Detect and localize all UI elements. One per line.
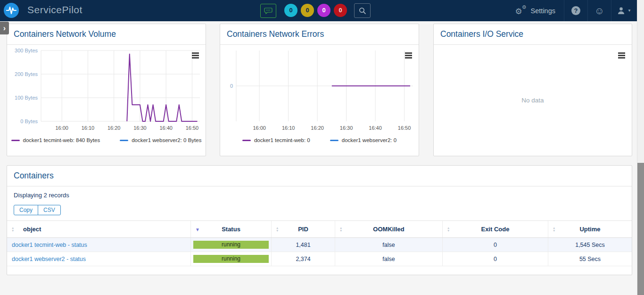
uptime-cell: 55 Secs	[548, 252, 632, 266]
svg-text:16:40: 16:40	[369, 125, 382, 131]
column-header-pid[interactable]: ▲▼ PID	[271, 221, 335, 238]
oomkilled-cell: false	[335, 252, 443, 266]
panel-network-errors: Containers Network Errors 016:0016:1016:…	[220, 24, 419, 156]
chart-network-volume: 0 Bytes100 Bytes200 Bytes300 Bytes16:001…	[7, 45, 206, 156]
chart-legend: docker1 tecmint-web: 840 Bytes docker1 w…	[7, 137, 206, 143]
caret-down-icon: ▼	[627, 8, 631, 13]
brand-title: ServicePilot	[27, 4, 83, 16]
page-scrollbar-track[interactable]	[637, 0, 644, 295]
column-header-status[interactable]: ▼ Status	[191, 221, 272, 238]
svg-text:200 Bytes: 200 Bytes	[15, 71, 38, 77]
svg-text:16:10: 16:10	[82, 125, 95, 131]
panel-title: Containers Network Errors	[220, 24, 419, 45]
pid-cell: 1,481	[271, 238, 335, 252]
object-cell: docker1 tecmint-web - status	[7, 238, 191, 252]
pid-cell: 2,374	[271, 252, 335, 266]
chart-menu-icon[interactable]	[192, 51, 199, 59]
status-badge: running	[193, 241, 269, 249]
table-row: docker1 webserver2 - status running 2,37…	[7, 252, 632, 266]
series-swatch	[11, 140, 20, 141]
svg-text:16:20: 16:20	[311, 125, 324, 131]
svg-text:100 Bytes: 100 Bytes	[15, 95, 38, 101]
chart-legend: docker1 tecmint-web: 0 docker1 webserver…	[220, 137, 419, 143]
search-button[interactable]	[354, 3, 371, 18]
chat-button[interactable]	[260, 4, 276, 18]
search-icon	[359, 7, 366, 15]
sort-icon: ▲▼	[339, 227, 342, 232]
help-menu[interactable]: ?	[564, 0, 587, 21]
containers-table: ▲▼ object ▼ Status ▲▼ PID ▲▼ OOMKilled ▲…	[7, 220, 632, 266]
panel-network-volume: Containers Network Volume 0 Bytes100 Byt…	[7, 24, 206, 156]
legend-label: docker1 tecmint-web: 0	[254, 137, 310, 143]
svg-text:16:30: 16:30	[340, 125, 353, 131]
smiley-icon: ☺	[594, 6, 604, 16]
network-errors-chart: 016:0016:1016:2016:3016:4016:50	[220, 45, 419, 135]
sort-icon: ▲▼	[553, 227, 555, 232]
alert-badge-purple[interactable]: 0	[317, 4, 330, 17]
column-header-uptime[interactable]: ▲▼ Uptime	[548, 221, 632, 238]
navbar-right-cluster: ⚙ ⚙ Settings ? ☺ ▼	[507, 0, 637, 21]
svg-text:16:50: 16:50	[186, 125, 199, 131]
help-icon: ?	[571, 6, 580, 15]
oomkilled-cell: false	[335, 238, 443, 252]
no-data-message: No data	[434, 45, 632, 156]
sort-icon: ▲▼	[447, 227, 450, 232]
user-menu[interactable]: ▼	[611, 0, 637, 21]
status-cell: running	[191, 252, 272, 266]
status-cell: running	[191, 238, 272, 252]
uptime-cell: 1,545 Secs	[548, 238, 632, 252]
series-swatch	[242, 140, 251, 141]
legend-item[interactable]: docker1 webserver2: 0	[330, 137, 396, 143]
user-icon	[617, 7, 625, 15]
sidebar-expander-button[interactable]: ›	[0, 22, 9, 34]
servicepilot-logo-icon[interactable]	[4, 3, 19, 18]
export-button-group: Copy CSV	[14, 205, 61, 215]
object-cell: docker1 webserver2 - status	[7, 252, 191, 266]
sorted-desc-icon: ▼	[195, 227, 200, 232]
legend-label: docker1 tecmint-web: 840 Bytes	[23, 137, 100, 143]
panel-containers-table: Containers Displaying 2 records Copy CSV…	[7, 165, 632, 275]
panel-title: Containers Network Volume	[7, 24, 206, 45]
legend-item[interactable]: docker1 tecmint-web: 0	[242, 137, 310, 143]
chart-menu-icon[interactable]	[405, 51, 412, 59]
svg-text:16:50: 16:50	[398, 125, 411, 131]
legend-label: docker1 webserver2: 0	[342, 137, 396, 143]
alert-badge-yellow[interactable]: 0	[301, 4, 314, 17]
svg-text:16:00: 16:00	[55, 125, 68, 131]
feedback-menu[interactable]: ☺	[587, 0, 611, 21]
sort-icon: ▲▼	[11, 227, 14, 232]
copy-button[interactable]: Copy	[14, 205, 38, 215]
speech-bubble-icon	[264, 7, 272, 15]
table-header-row: ▲▼ object ▼ Status ▲▼ PID ▲▼ OOMKilled ▲…	[7, 221, 632, 238]
column-header-object[interactable]: ▲▼ object	[7, 221, 191, 238]
container-link[interactable]: docker1 webserver2 - status	[12, 256, 86, 262]
alert-badge-red[interactable]: 0	[334, 4, 347, 17]
svg-text:16:10: 16:10	[282, 125, 295, 131]
panel-io-service: Containers I/O Service No data	[433, 24, 632, 156]
settings-label: Settings	[531, 7, 555, 15]
exit-code-cell: 0	[443, 238, 548, 252]
legend-item[interactable]: docker1 webserver2: 0 Bytes	[120, 137, 201, 143]
chart-network-errors: 016:0016:1016:2016:3016:4016:50 docker1 …	[220, 45, 419, 156]
chart-menu-icon[interactable]	[618, 51, 625, 59]
alert-badge-cyan[interactable]: 0	[284, 4, 297, 17]
settings-menu[interactable]: ⚙ ⚙ Settings	[507, 0, 564, 21]
column-header-oomkilled[interactable]: ▲▼ OOMKilled	[335, 221, 443, 238]
legend-item[interactable]: docker1 tecmint-web: 840 Bytes	[11, 137, 100, 143]
column-header-exit-code[interactable]: ▲▼ Exit Code	[443, 221, 548, 238]
csv-button[interactable]: CSV	[38, 205, 61, 215]
network-volume-chart: 0 Bytes100 Bytes200 Bytes300 Bytes16:001…	[7, 45, 206, 135]
page-scrollbar-thumb[interactable]	[637, 163, 644, 295]
svg-text:0: 0	[230, 83, 233, 89]
legend-label: docker1 webserver2: 0 Bytes	[132, 137, 201, 143]
container-link[interactable]: docker1 tecmint-web - status	[12, 242, 87, 248]
gears-icon: ⚙ ⚙	[515, 6, 527, 16]
status-badge: running	[193, 255, 269, 263]
series-swatch	[330, 140, 339, 141]
table-row: docker1 tecmint-web - status running 1,4…	[7, 238, 632, 252]
svg-text:16:00: 16:00	[253, 125, 266, 131]
sort-icon: ▲▼	[276, 227, 279, 232]
panel-title: Containers I/O Service	[434, 24, 632, 45]
svg-text:16:40: 16:40	[159, 125, 173, 131]
svg-text:300 Bytes: 300 Bytes	[15, 48, 38, 53]
